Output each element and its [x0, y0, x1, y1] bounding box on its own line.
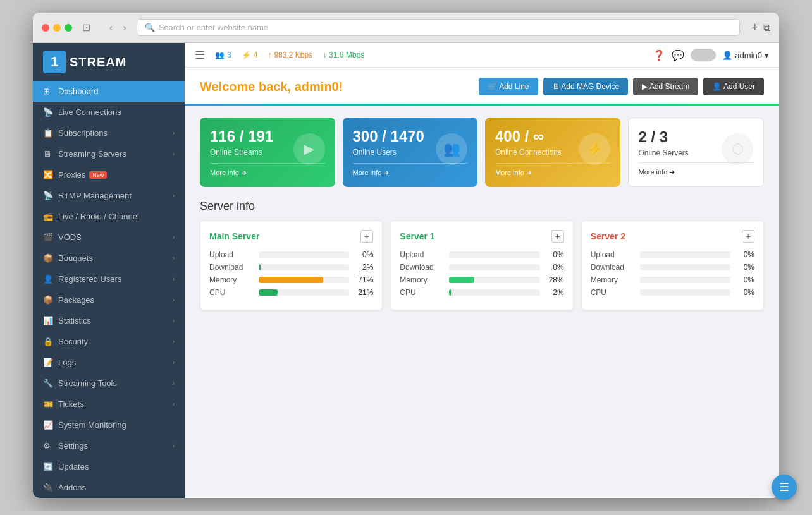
username: admin0 [735, 51, 762, 60]
metric-bar-wrap [640, 277, 730, 283]
sidebar-item-addons[interactable]: 🔌 Addons [33, 477, 185, 498]
sidebar-item-updates[interactable]: 🔄 Updates [33, 456, 185, 477]
sidebar-item-security[interactable]: 🔒 Security › [33, 331, 185, 352]
welcome-banner: Welcome back, admin0! 🛒 Add Line🖥 Add MA… [185, 68, 779, 107]
help-button[interactable]: ❓ [653, 49, 665, 61]
sidebar-item-live--radio--channel[interactable]: 📻 Live / Radio / Channel [33, 206, 185, 227]
back-button[interactable]: ‹ [106, 21, 116, 35]
sidebar-item-label: Live Connections [58, 107, 121, 117]
chevron-icon: › [173, 276, 175, 282]
stat-card-0: 116 / 191 Online Streams ▶ More info ➜ [200, 118, 335, 187]
sidebar-item-tickets[interactable]: 🎫 Tickets › [33, 394, 185, 415]
metric-bar-wrap [259, 277, 349, 283]
sidebar-icon: 📦 [43, 295, 53, 305]
address-text: Search or enter website name [159, 23, 268, 32]
sidebar-item-label: Packages [58, 295, 94, 305]
stat-card-3: 2 / 3 Online Servers ⬡ More info ➜ [628, 118, 765, 187]
sidebar-item-packages[interactable]: 📦 Packages › [33, 289, 185, 310]
metric-bar-wrap [449, 251, 539, 258]
server-add-button[interactable]: + [360, 230, 373, 243]
address-bar[interactable]: 🔍 Search or enter website name [137, 19, 741, 36]
metric-bar-wrap [640, 264, 730, 270]
metric-value: 0% [735, 250, 754, 259]
sidebar-item-streaming-servers[interactable]: 🖥 Streaming Servers › [33, 143, 185, 164]
chevron-icon: › [173, 150, 175, 157]
chevron-icon: › [173, 359, 175, 366]
sidebar-icon: ⊞ [43, 87, 53, 96]
server-card-0: Main Server + Upload 0% Download 2% Memo… [200, 221, 383, 310]
sidebar-logo: 1 STREAM [33, 43, 185, 81]
action-button-0[interactable]: 🛒 Add Line [479, 78, 538, 95]
topbar-download[interactable]: ↓ 31.6 Mbps [323, 51, 364, 59]
topbar-upload[interactable]: ↑ 983.2 Kbps [268, 51, 312, 59]
sidebar-item-streaming-tools[interactable]: 🔧 Streaming Tools › [33, 373, 185, 394]
metric-row: CPU 2% [400, 288, 563, 297]
sidebar-toggle-button[interactable]: ⊡ [78, 20, 94, 35]
server-card-header: Main Server + [209, 230, 373, 243]
server-add-button[interactable]: + [742, 230, 754, 243]
action-button-3[interactable]: 👤 Add User [703, 78, 764, 95]
sidebar-item-subscriptions[interactable]: 📋 Subscriptions › [33, 123, 185, 143]
sidebar-icon: 🎫 [43, 399, 53, 409]
hamburger-icon[interactable]: ☰ [195, 48, 205, 62]
sidebar-item-label: Subscriptions [58, 128, 108, 138]
metric-row: CPU 0% [591, 288, 754, 297]
close-button[interactable] [42, 24, 49, 32]
sidebar-item-rtmp-management[interactable]: 📡 RTMP Management › [33, 185, 185, 206]
tab-overview-button[interactable]: ⧉ [763, 21, 770, 34]
sidebar-icon: 📦 [43, 253, 53, 263]
server-card-1: Server 1 + Upload 0% Download 0% Memory … [390, 221, 573, 310]
topbar-right: ❓ 💬 👤 admin0 ▾ [653, 49, 769, 61]
stat-more[interactable]: More info ➜ [210, 163, 325, 177]
new-tab-button[interactable]: + [751, 21, 758, 34]
chevron-icon: › [173, 338, 175, 345]
metric-row: Upload 0% [209, 250, 373, 259]
sidebar-item-dashboard[interactable]: ⊞ Dashboard [33, 81, 185, 102]
sidebar-item-label: Settings [58, 441, 88, 451]
sidebar: 1 STREAM ⊞ Dashboard 📡 Live Connections … [33, 43, 185, 498]
maximize-button[interactable] [65, 24, 72, 32]
sidebar-item-vods[interactable]: 🎬 VODS › [33, 227, 185, 248]
sidebar-item-proxies[interactable]: 🔀 Proxies New [33, 164, 185, 185]
stat-card-1: 300 / 1470 Online Users 👥 More info ➜ [343, 118, 478, 187]
action-button-1[interactable]: 🖥 Add MAG Device [543, 78, 629, 95]
sidebar-item-label: Proxies [58, 170, 85, 179]
user-menu[interactable]: 👤 admin0 ▾ [722, 51, 769, 60]
metric-label: Upload [591, 250, 635, 259]
forward-button[interactable]: › [119, 21, 130, 35]
sidebar-item-label: Logs [58, 358, 76, 367]
metric-label: Download [400, 263, 444, 272]
metric-label: Memory [209, 276, 254, 284]
sidebar-icon: 🔒 [43, 337, 53, 346]
stat-more[interactable]: More info ➜ [495, 163, 610, 177]
sidebar-item-system-monitoring[interactable]: 📈 System Monitoring [33, 415, 185, 435]
sidebar-item-bouquets[interactable]: 📦 Bouquets › [33, 248, 185, 269]
topbar-users[interactable]: 👥 3 [215, 51, 231, 59]
sidebar-item-live-connections[interactable]: 📡 Live Connections [33, 102, 185, 123]
action-button-2[interactable]: ▶ Add Stream [633, 78, 698, 95]
sidebar-item-logs[interactable]: 📝 Logs › [33, 352, 185, 373]
metric-row: Memory 71% [209, 276, 373, 284]
stat-more[interactable]: More info ➜ [353, 163, 468, 177]
chevron-icon: › [173, 401, 175, 408]
topbar: ☰ 👥 3 ⚡ 4 ↑ 983.2 Kbps ↓ 31.6 Mbps [185, 43, 779, 68]
metric-bar-wrap [640, 289, 730, 296]
theme-toggle[interactable] [691, 49, 716, 61]
minimize-button[interactable] [53, 24, 61, 32]
metric-bar-wrap [259, 251, 349, 258]
user-icon: 👤 [722, 51, 732, 60]
server-add-button[interactable]: + [551, 230, 564, 243]
metric-value: 0% [735, 276, 754, 284]
metric-label: CPU [400, 288, 444, 297]
metric-value: 0% [545, 250, 564, 259]
server-card-title: Server 2 [591, 231, 625, 241]
chat-button[interactable]: 💬 [672, 49, 684, 61]
server-card-title: Server 1 [400, 231, 434, 241]
topbar-alerts[interactable]: ⚡ 4 [242, 51, 258, 59]
sidebar-item-settings[interactable]: ⚙ Settings › [33, 435, 185, 456]
sidebar-item-label: Live / Radio / Channel [58, 212, 139, 221]
sidebar-item-registered-users[interactable]: 👤 Registered Users › [33, 269, 185, 289]
fab-button[interactable]: ☰ [772, 475, 797, 500]
browser-nav: ‹ › [106, 21, 130, 35]
sidebar-item-statistics[interactable]: 📊 Statistics › [33, 310, 185, 331]
